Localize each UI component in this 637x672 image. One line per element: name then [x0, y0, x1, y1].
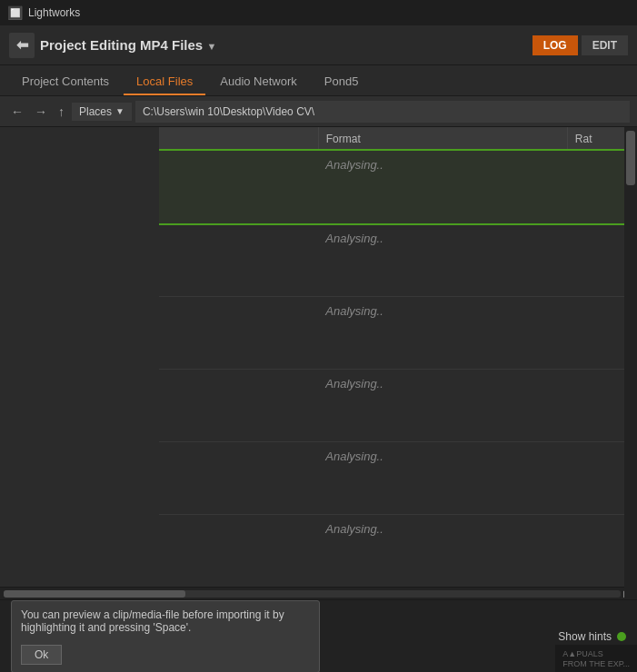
ok-button[interactable]: Ok [21, 645, 62, 665]
nav-up-button[interactable]: ↑ [55, 103, 68, 121]
file-format-cell: Analysing.. [318, 151, 567, 223]
horizontal-scrollbar[interactable]: ▶ [0, 587, 637, 599]
tab-project-contents[interactable]: Project Contents [9, 69, 122, 95]
thumbnail-panel [0, 127, 159, 587]
main-content: Name Format Rat 1.mp4Analysing..2.mp4Ana… [0, 127, 637, 599]
app-icon: 🔲 [7, 5, 23, 20]
nav-back-button[interactable]: ← [7, 103, 27, 121]
column-header-format: Format [318, 127, 567, 151]
watermark: A▲PUALSFROM THE EXP... [555, 645, 637, 672]
hint-box: You can preview a clip/media-file before… [11, 600, 320, 673]
tab-audio-network[interactable]: Audio Network [207, 69, 310, 95]
h-scroll-track [4, 590, 621, 598]
project-title: Project Editing MP4 Files ▼ [40, 37, 532, 53]
scroll-thumb[interactable] [626, 131, 635, 185]
path-display[interactable]: C:\Users\win 10\Desktop\Video CV\ [135, 101, 630, 123]
hints-active-indicator [617, 632, 626, 641]
places-button[interactable]: Places ▼ [72, 103, 132, 121]
show-hints-label: Show hints [558, 630, 612, 643]
vertical-scrollbar[interactable] [624, 127, 637, 599]
bottom-bar: You can preview a clip/media-file before… [0, 599, 637, 672]
title-bar: 🔲 Lightworks [0, 0, 637, 25]
file-format-cell: Analysing.. [318, 296, 567, 369]
watermark-text: A▲PUALSFROM THE EXP... [562, 649, 630, 668]
tab-bar: Project Contents Local Files Audio Netwo… [0, 65, 637, 96]
places-arrow-icon: ▼ [115, 106, 124, 116]
top-bar: ⬅ Project Editing MP4 Files ▼ LOG EDIT [0, 25, 637, 65]
file-format-cell: Analysing.. [318, 369, 567, 441]
nav-forward-button[interactable]: → [31, 103, 51, 121]
file-format-cell: Analysing.. [318, 223, 567, 296]
edit-button[interactable]: EDIT [582, 35, 628, 55]
nav-bar: ← → ↑ Places ▼ C:\Users\win 10\Desktop\V… [0, 96, 637, 127]
show-hints-area: Show hints [558, 630, 626, 643]
file-format-cell: Analysing.. [318, 514, 567, 587]
tab-local-files[interactable]: Local Files [124, 69, 205, 95]
places-label: Places [79, 105, 112, 118]
app-title: Lightworks [28, 6, 80, 19]
file-format-cell: Analysing.. [318, 441, 567, 514]
tab-pond5[interactable]: Pond5 [312, 69, 372, 95]
back-to-project-button[interactable]: ⬅ [9, 33, 35, 58]
hint-text: You can preview a clip/media-file before… [21, 608, 310, 634]
h-scroll-thumb[interactable] [4, 590, 185, 598]
log-button[interactable]: LOG [532, 35, 578, 55]
